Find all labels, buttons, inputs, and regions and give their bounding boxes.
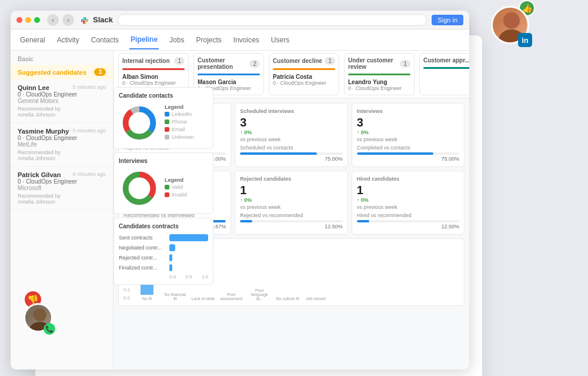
bar-row-finalized: Finalized contr... — [119, 264, 208, 271]
rejected-bar — [240, 220, 252, 222]
minimize-button[interactable] — [25, 17, 31, 23]
rejected-change: ↑ 0% — [240, 197, 342, 203]
nav-invoices[interactable]: Invoices — [232, 31, 260, 49]
v-bar-job-closed: Job closed — [303, 254, 328, 301]
candidate-card-yasmine[interactable]: 5 minutes ago Yasmine Murphy 0 · CloudOp… — [11, 123, 113, 167]
scheduled-vs-label: vs previous week — [240, 137, 342, 142]
contacts-donut-chart — [119, 102, 160, 144]
forward-button[interactable]: › — [62, 14, 74, 26]
recommender-patrick: Amelia Johnson — [18, 199, 106, 205]
app-title: Slack — [79, 15, 113, 25]
candidate-card-patrick[interactable]: 4 minutes ago Patrick Gilvan 0 · CloudOp… — [11, 167, 113, 210]
interviews-legend: Legend Valid Invalid — [165, 177, 187, 199]
browser-navigation: ‹ › — [47, 14, 74, 26]
v-bar-financial-fill — [169, 290, 182, 291]
candidate-company-quinn: General Motors — [18, 98, 106, 104]
nav-pipeline[interactable]: Pipeline — [129, 31, 159, 49]
recommender-yasmine: Amelia Johnson — [18, 155, 106, 161]
pipeline-candidate-role-leandro: 0 · CloudOps Engineer — [348, 85, 410, 91]
svg-point-10 — [34, 308, 46, 321]
hired-change: ↑ 0% — [357, 197, 459, 203]
scheduled-metric-label: Scheduled vs contacts — [240, 145, 342, 151]
pipeline-col-review: Under customer review 1 Leandro Yung 0 ·… — [344, 53, 415, 95]
rejected-metric-label: Rejected vs recommended — [240, 212, 342, 218]
interviews-stat-title: Interviews — [357, 108, 459, 114]
v-bar-financial-label: No financial fit — [163, 292, 188, 301]
hired-bar-container — [357, 220, 459, 222]
nav-users[interactable]: Users — [270, 31, 290, 49]
bar-fill-finalized — [169, 264, 172, 271]
legend-valid: Valid — [165, 184, 187, 190]
pipeline-col-decline: Customer decline 1 Patricia Costa 0 · Cl… — [269, 53, 339, 95]
maximize-button[interactable] — [34, 17, 40, 23]
suggested-count-badge: 3 — [94, 68, 106, 76]
recommender-quinn: Amelia Johnson — [18, 112, 106, 118]
sidebar-section-label: Basic — [11, 51, 113, 65]
candidate-company-yasmine: MetLife — [18, 141, 106, 148]
thumbs-down-badge: 👎 📞 — [24, 290, 53, 335]
nav-contacts[interactable]: Contacts — [90, 31, 120, 49]
rejected-value: 1 — [240, 184, 342, 196]
bar-label-finalized: Finalized contr... — [119, 265, 166, 271]
time-ago-yasmine: 5 minutes ago — [72, 128, 106, 134]
candidate-card-quinn[interactable]: 5 minutes ago Quinn Lee 0 · CloudOps Eng… — [11, 79, 113, 123]
candidate-role-quinn: 0 · CloudOps Engineer — [18, 91, 106, 98]
contacts-chart-inner: Legend LinkedIn Phone Email — [119, 102, 208, 144]
rejected-vs-label: vs previous week — [240, 204, 342, 210]
candidate-role-yasmine: 0 · CloudOps Engineer — [18, 135, 106, 141]
chart-card-contacts: Candidate contacts Legend — [113, 87, 213, 149]
sign-in-button[interactable]: Sign in — [432, 15, 463, 25]
interviews-chart-title: Interviews — [119, 158, 208, 164]
stat-card-rejected: Rejected candidates 1 ↑ 0% vs previous w… — [235, 171, 348, 235]
pipeline-col-approved: Customer appr... — [419, 53, 469, 95]
nav-jobs[interactable]: Jobs — [168, 31, 185, 49]
suggested-title: Suggested candidates — [18, 69, 86, 76]
nav-general[interactable]: General — [19, 31, 46, 49]
legend-invalid: Invalid — [165, 192, 187, 198]
col-line-presentation — [198, 74, 260, 75]
v-bar-culture-fill — [281, 294, 294, 295]
v-bar-assessment: Poor assessment — [219, 254, 244, 301]
col-line-rejection — [122, 68, 185, 70]
url-bar[interactable] — [118, 14, 427, 26]
close-button[interactable] — [16, 17, 22, 23]
legend-phone: Phone — [165, 119, 194, 125]
bar-label-negotiated: Negotiated contr... — [119, 245, 166, 251]
nav-projects[interactable]: Projects — [195, 31, 222, 49]
legend-unknown: Unknown — [165, 134, 194, 140]
scheduled-bar-container — [240, 152, 342, 155]
axis-0: 0.0 — [169, 274, 176, 279]
nav-activity[interactable]: Activity — [56, 31, 81, 49]
interviews-stat-bar-container — [357, 152, 459, 155]
browser-window: ‹ › Slack Sign in General Activity Conta… — [11, 11, 469, 370]
v-bar-language: Poor language sk... — [247, 254, 272, 301]
bar-axis: 0.0 0.5 1.0 — [119, 274, 208, 279]
app-navigation: General Activity Contacts Pipeline Jobs … — [11, 29, 469, 51]
v-bar-language-fill — [253, 286, 266, 287]
axis-0.5: 0.5 — [185, 274, 192, 279]
contracts-title: Candidates contracts — [119, 223, 208, 229]
rejected-bar-value: 12.50% — [240, 224, 342, 229]
window-controls — [16, 17, 40, 23]
pipeline-candidate-role-alban: 0 · CloudOps Engineer — [122, 80, 185, 86]
hired-vs-label: vs previous week — [357, 204, 459, 210]
interviews-chart-inner: Legend Valid Invalid — [119, 168, 208, 209]
v-bar-no-fit-label: No fit — [142, 297, 152, 301]
col-count-rejection: 1 — [174, 57, 185, 65]
pipeline-candidate-leandro: Leandro Yung — [348, 79, 410, 85]
browser-bar: ‹ › Slack Sign in — [11, 11, 469, 29]
recommended-by-yasmine: Recommended by — [18, 149, 106, 155]
y-axis-0.0: 0.0 — [123, 295, 130, 301]
axis-1.0: 1.0 — [202, 274, 208, 279]
hired-change-val: ↑ 0% — [357, 197, 369, 203]
linkedin-badge: 👍 in — [491, 6, 529, 46]
suggested-header: Suggested candidates 3 — [11, 65, 113, 79]
col-title-rejection: Internal rejection — [122, 58, 170, 64]
interviews-donut-chart — [119, 168, 160, 209]
back-button[interactable]: ‹ — [47, 14, 59, 26]
interviews-stat-bar — [357, 152, 434, 155]
candidate-role-patrick: 0 · CloudOps Engineer — [18, 178, 106, 185]
v-bar-skills-label: Lack of skills — [192, 297, 215, 301]
time-ago-quinn: 5 minutes ago — [72, 84, 106, 90]
col-line-approved — [423, 67, 469, 69]
